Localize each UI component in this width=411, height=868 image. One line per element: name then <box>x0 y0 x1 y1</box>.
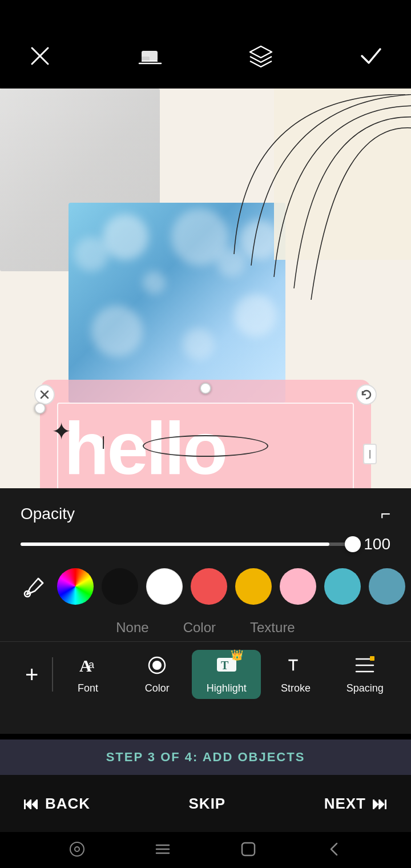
opacity-slider[interactable] <box>21 542 353 546</box>
stroke-tool-icon: T <box>285 654 307 679</box>
spacing-label: Spacing <box>346 682 384 694</box>
back-label: BACK <box>45 795 90 813</box>
color-label: Color <box>145 682 170 694</box>
eyedropper-tool[interactable] <box>21 572 49 601</box>
spacing-tool[interactable]: Spacing <box>331 650 400 699</box>
color-swatch-yellow[interactable] <box>235 568 272 605</box>
bottom-panel: Opacity ⌐ 100 None Col <box>0 488 411 734</box>
corner-radius-icon[interactable]: ⌐ <box>380 504 390 524</box>
menu-icon[interactable] <box>154 841 171 860</box>
svg-rect-31 <box>242 843 255 855</box>
home-indicator-icon[interactable] <box>68 841 86 860</box>
font-tool[interactable]: A a Font <box>53 650 122 699</box>
skip-label: SKIP <box>189 795 226 812</box>
text-rotate-handle[interactable] <box>356 384 377 405</box>
color-swatch-pink[interactable] <box>280 568 316 605</box>
arc-decoration <box>188 94 411 311</box>
step-bar: STEP 3 OF 4: ADD OBJECTS <box>0 740 411 775</box>
opacity-value: 100 <box>362 535 390 553</box>
next-arrow-icon: ⏭ <box>372 794 388 813</box>
sparkle2-decoration: | <box>102 433 105 449</box>
color-tool-icon <box>146 654 168 679</box>
font-label: Font <box>78 682 98 694</box>
svg-text:a: a <box>88 659 95 670</box>
color-swatch-extra[interactable] <box>369 568 405 605</box>
stroke-label: Stroke <box>281 682 311 694</box>
bg-tab-texture[interactable]: Texture <box>250 620 295 636</box>
close-button[interactable] <box>23 39 57 73</box>
nav-bar: ⏮ BACK SKIP NEXT ⏭ <box>0 775 411 832</box>
back-button[interactable]: ⏮ BACK <box>23 794 90 813</box>
next-button[interactable]: NEXT ⏭ <box>324 794 388 813</box>
square-icon[interactable] <box>240 841 257 860</box>
confirm-button[interactable] <box>354 39 388 73</box>
sparkle-decoration: ✦ <box>51 417 71 445</box>
svg-point-17 <box>152 661 162 670</box>
back-system-icon[interactable] <box>325 841 342 860</box>
bg-tab-none[interactable]: None <box>116 620 148 636</box>
svg-text:T: T <box>288 656 298 674</box>
text-element[interactable]: | hello <box>40 380 371 488</box>
step-text: STEP 3 OF 4: ADD OBJECTS <box>106 750 305 765</box>
text-side-handle[interactable]: | <box>363 444 377 464</box>
color-tool[interactable]: Color <box>123 650 192 699</box>
slider-fill <box>21 542 329 546</box>
svg-text:T: T <box>221 659 229 672</box>
tool-bar: + A a Font Color <box>0 641 411 707</box>
top-bar <box>0 0 411 89</box>
text-close-handle[interactable] <box>34 384 55 405</box>
handle-top-center[interactable] <box>200 383 211 394</box>
svg-point-27 <box>75 847 79 851</box>
add-button[interactable]: + <box>11 657 52 692</box>
crown-badge: 👑 <box>231 650 243 660</box>
eraser-icon[interactable] <box>133 39 167 73</box>
color-wheel[interactable] <box>57 568 94 605</box>
spacing-tool-icon <box>354 654 376 679</box>
stroke-tool[interactable]: T Stroke <box>261 650 330 699</box>
oval-decoration <box>143 435 268 457</box>
system-nav-bar <box>0 832 411 868</box>
color-swatch-red[interactable] <box>191 568 227 605</box>
highlight-tool-icon: T 👑 <box>215 654 239 679</box>
opacity-section: Opacity ⌐ 100 <box>0 488 411 562</box>
bg-tab-color[interactable]: Color <box>183 620 216 636</box>
next-label: NEXT <box>324 795 366 813</box>
font-icon: A a <box>77 654 99 679</box>
bg-tabs: None Color Texture <box>0 610 411 641</box>
highlight-label: Highlight <box>207 682 247 694</box>
layers-icon[interactable] <box>244 39 278 73</box>
slider-thumb[interactable] <box>345 536 361 552</box>
skip-button[interactable]: SKIP <box>189 795 226 813</box>
highlight-tool[interactable]: T 👑 Highlight <box>192 650 261 699</box>
back-arrow-icon: ⏮ <box>23 794 39 813</box>
svg-rect-3 <box>142 57 150 61</box>
color-swatch-teal[interactable] <box>324 568 361 605</box>
opacity-label: Opacity <box>21 505 75 523</box>
color-row <box>0 562 411 610</box>
svg-rect-25 <box>370 656 374 661</box>
svg-point-26 <box>70 842 84 856</box>
color-swatch-black[interactable] <box>102 568 138 605</box>
canvas-area: | hello ✦ | <box>0 89 411 488</box>
handle-top-left[interactable] <box>34 403 46 414</box>
color-swatch-white[interactable] <box>146 568 183 605</box>
svg-marker-6 <box>250 46 272 58</box>
